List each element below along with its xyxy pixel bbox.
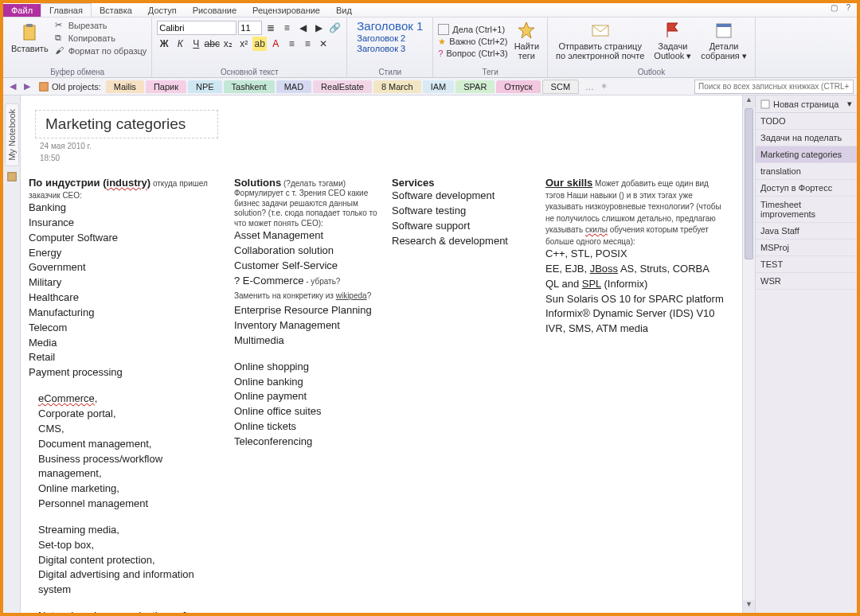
paste-button[interactable]: Вставить — [8, 21, 52, 55]
svg-rect-7 — [7, 173, 16, 181]
indent-button[interactable]: ▶ — [311, 21, 326, 35]
file-menu[interactable]: Файл — [3, 4, 41, 17]
font-color-button[interactable]: A — [268, 37, 283, 51]
section-tab-mad[interactable]: MAD — [276, 80, 311, 93]
section-tab-realestate[interactable]: RealEstate — [313, 80, 372, 93]
format-painter-button[interactable]: 🖌Формат по образцу — [55, 45, 147, 57]
notebook-small-icon[interactable] — [6, 171, 18, 182]
ribbon: Вставить ✂Вырезать ⧉Копировать 🖌Формат п… — [3, 18, 857, 78]
list-item: Asset Management — [234, 228, 377, 244]
copy-button[interactable]: ⧉Копировать — [55, 32, 147, 45]
page-list-item[interactable]: Доступ в Фортесс — [756, 180, 857, 197]
subscript-button[interactable]: x₂ — [221, 37, 235, 51]
new-section-button[interactable]: … — [580, 82, 599, 92]
list-item: Online office suites — [234, 404, 377, 419]
email-page-button[interactable]: Отправить страницу по электронной почте — [553, 19, 647, 62]
underline-button[interactable]: Ч — [189, 37, 203, 51]
clear-format-button[interactable]: ✕ — [316, 37, 330, 51]
style-heading2[interactable]: Заголовок 2 — [357, 33, 423, 43]
scroll-thumb[interactable] — [745, 108, 753, 259]
search-input[interactable] — [694, 80, 854, 94]
page-list-item[interactable]: Java Staff — [756, 223, 857, 240]
cut-button[interactable]: ✂Вырезать — [55, 19, 147, 32]
strike-button[interactable]: abc — [205, 37, 219, 51]
list-item: Healthcare — [29, 290, 220, 306]
list-item: EE, EJB, JBoss AS, Struts, CORBA — [545, 262, 729, 277]
star-icon: ★ — [438, 37, 446, 47]
section-tab-8march[interactable]: 8 March — [373, 80, 421, 93]
style-heading3[interactable]: Заголовок 3 — [357, 44, 423, 53]
page-title-container[interactable]: Marketing categories — [35, 110, 218, 138]
tab-insert[interactable]: Вставка — [92, 4, 140, 17]
tab-draw[interactable]: Рисование — [185, 4, 244, 17]
envelope-icon — [591, 21, 610, 40]
vertical-scrollbar[interactable]: ▲ ▼ — [742, 96, 755, 613]
section-tab-scm[interactable]: SCM — [542, 80, 579, 94]
svg-rect-0 — [24, 25, 35, 40]
align-left-button[interactable]: ≡ — [284, 37, 299, 51]
notebook-bar: My Notebook — [3, 96, 21, 613]
calendar-icon — [714, 21, 733, 40]
page-list-item[interactable]: TEST — [756, 256, 857, 273]
section-tab-otpusk[interactable]: Отпуск — [496, 80, 540, 93]
list-item: Document management, — [38, 437, 220, 452]
font-size-select[interactable] — [238, 21, 262, 35]
superscript-button[interactable]: x² — [236, 37, 251, 51]
page-list-item[interactable]: MSProj — [756, 240, 857, 256]
minimize-ribbon-icon[interactable]: ▢ — [827, 3, 841, 12]
numbering-button[interactable]: ≡ — [280, 21, 294, 35]
list-item: Network and communication software — [38, 609, 220, 613]
page-list-item[interactable]: Timesheet improvements — [756, 197, 857, 223]
section-tab-parik[interactable]: Парик — [146, 80, 186, 93]
list-item: Online payment — [234, 389, 377, 404]
skills-header: Our skills — [545, 177, 592, 189]
checkbox-icon — [438, 24, 449, 35]
section-tab-spar[interactable]: SPAR — [455, 80, 494, 93]
style-heading1[interactable]: Заголовок 1 — [357, 19, 423, 33]
tab-view[interactable]: Вид — [328, 4, 360, 17]
bold-button[interactable]: Ж — [157, 37, 171, 51]
tab-home[interactable]: Главная — [41, 3, 92, 17]
list-item: Computer Software — [29, 231, 220, 246]
tab-review[interactable]: Рецензирование — [244, 4, 328, 17]
question-icon: ? — [438, 49, 443, 58]
column-industry: По индустрии (industry) откуда пришел за… — [29, 177, 220, 613]
new-page-button[interactable]: Новая страница▾ — [756, 96, 857, 113]
nav-fwd-icon[interactable]: ▶ — [21, 81, 33, 92]
section-tab-npe[interactable]: NPE — [188, 80, 222, 93]
list-item: Manufacturing — [29, 306, 220, 321]
help-icon[interactable]: ? — [842, 3, 854, 12]
font-name-select[interactable] — [157, 21, 236, 35]
align-center-button[interactable]: ≡ — [300, 37, 315, 51]
page-title[interactable]: Marketing categories — [45, 115, 186, 133]
scroll-up-icon[interactable]: ▲ — [743, 96, 755, 108]
outdent-button[interactable]: ◀ — [295, 21, 310, 35]
bullets-button[interactable]: ≣ — [264, 21, 278, 35]
section-tab-mailis[interactable]: Mailis — [106, 80, 144, 93]
nav-back-icon[interactable]: ◀ — [6, 81, 19, 92]
meeting-details-button[interactable]: Детали собрания ▾ — [698, 19, 750, 62]
highlight-button[interactable]: ab — [252, 37, 267, 51]
tab-share[interactable]: Доступ — [140, 4, 185, 17]
page-list-item[interactable]: Marketing categories — [756, 146, 857, 163]
link-button[interactable]: 🔗 — [327, 21, 342, 35]
tag-important[interactable]: ★Важно (Ctrl+2) — [438, 36, 507, 48]
list-item: Inventory Management — [234, 318, 377, 333]
tag-todo[interactable]: Дела (Ctrl+1) — [438, 23, 507, 36]
column-solutions: Solutions (?делать тэгами) Формулирует с… — [234, 177, 377, 613]
section-tab-tashkent[interactable]: Tashkent — [224, 80, 275, 93]
find-tags-button[interactable]: Найти теги — [511, 19, 542, 62]
notebook-tab[interactable]: My Notebook — [5, 103, 19, 166]
italic-button[interactable]: К — [173, 37, 187, 51]
page-list-item[interactable]: TODO — [756, 113, 857, 130]
page-list-item[interactable]: translation — [756, 163, 857, 180]
page-list-item[interactable]: WSR — [756, 273, 857, 290]
outlook-tasks-button[interactable]: Задачи Outlook ▾ — [651, 19, 694, 62]
scroll-down-icon[interactable]: ▼ — [743, 600, 755, 613]
tag-question[interactable]: ?Вопрос (Ctrl+3) — [438, 48, 507, 59]
page-list-item[interactable]: Задачи на поделать — [756, 130, 857, 146]
list-item: Customer Self-Service — [234, 259, 377, 274]
old-projects-label: Old projects: — [35, 81, 104, 92]
page-canvas[interactable]: Marketing categories 24 мая 2010 г. 18:5… — [21, 96, 742, 613]
section-tab-iam[interactable]: IAM — [423, 80, 455, 93]
